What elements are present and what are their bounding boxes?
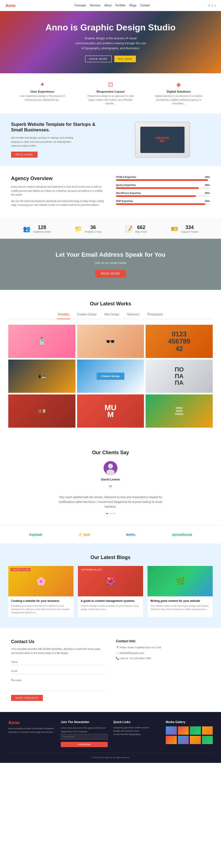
phone-icon: 📞 — [116, 657, 119, 660]
logo-sproutsocial: sproutSocial — [172, 532, 192, 537]
digital-icon: ◈ — [154, 81, 204, 88]
skill-html5-fill — [116, 179, 208, 181]
stat-blogs-label: Blog Posts — [135, 230, 147, 233]
skill-jquery: jQuery Expertise 88% — [116, 184, 210, 189]
footer-grid: Anno Anno template provides fully flexib… — [8, 720, 213, 747]
feature-desc-ux: User experience design is the process of… — [17, 94, 67, 102]
tab-creative-design[interactable]: Creative Design — [76, 312, 98, 316]
instagram-icon[interactable]: i — [215, 4, 216, 7]
hero-section: Anno is Graphic Design Studio Graphic de… — [0, 11, 221, 73]
dot-3[interactable] — [113, 513, 115, 514]
stat-clients-label: Satisfied Clients — [33, 230, 51, 233]
footer-link-3[interactable]: Create beautiful typography — [113, 733, 160, 736]
subscribe-button[interactable]: SUBSCRIBE — [61, 742, 108, 747]
stat-projects: 📁 36 Projects a Year — [75, 225, 102, 233]
latest-works-section: Our Latest Works Branding Creative Desig… — [0, 290, 221, 439]
work-item-2[interactable]: 🕶️ — [77, 325, 144, 358]
skill-jquery-fill — [116, 187, 198, 189]
skill-jquery-label: jQuery Expertise — [116, 184, 136, 186]
stat-clients-number: 128 — [33, 225, 51, 230]
skill-wp-percent: 85% — [205, 192, 210, 194]
footer-media-title: Media Gallery — [166, 720, 213, 723]
footer-media-col: Media Gallery — [166, 720, 213, 747]
template-image: CREATIVEMIX — [115, 122, 210, 158]
testimonial-text: Very much satisfied with the service. De… — [55, 495, 166, 509]
tab-branding[interactable]: Branding — [57, 312, 70, 319]
know-more-button[interactable]: KNOW MORE — [85, 56, 112, 62]
nav-social: f t i — [209, 4, 216, 7]
latest-blogs-section: Our Latest Blogs JANUARY 21, 2018 🌸 Crea… — [0, 544, 221, 628]
work-item-9[interactable]: NEEDWIDEFRESH — [146, 395, 213, 428]
nav-link-about[interactable]: About — [104, 4, 112, 7]
email-icon: ✉️ — [116, 652, 119, 654]
email-cta-button[interactable]: READ MORE — [95, 270, 126, 277]
template-read-more-button[interactable]: READ MORE — [11, 152, 38, 158]
blog-date-2: SEPTEMBER 30, 2017 — [80, 568, 103, 571]
nav-link-portfolio[interactable]: Portfolio — [115, 4, 126, 7]
contact-message-input[interactable] — [11, 677, 105, 691]
tab-photography[interactable]: Photography — [146, 312, 164, 316]
nav-link-contact[interactable]: Contact — [140, 4, 150, 7]
facebook-icon[interactable]: f — [209, 4, 210, 7]
contact-section: Contact Us Anno template provides fully … — [0, 628, 221, 712]
newsletter-email-input[interactable] — [61, 734, 108, 740]
stat-tickets-label: Support Tickets — [181, 230, 198, 233]
work-item-6[interactable]: ПОПАПА — [146, 360, 213, 393]
tab-stationery[interactable]: Stationery — [126, 312, 141, 316]
contact-email-input[interactable] — [11, 668, 105, 674]
contact-form: SEND REQUEST — [11, 659, 105, 701]
email-cta-subtitle: Join us on social media — [5, 261, 216, 265]
twitter-icon[interactable]: t — [212, 4, 213, 7]
footer-links-title: Quick Links — [113, 720, 160, 723]
work-item-1[interactable]: 🕺 — [8, 325, 75, 358]
clients-icon: 👥 — [23, 225, 30, 232]
footer-bottom: © 2018 Anno Agency. All right reserved. — [8, 753, 213, 759]
contact-address: 📍 Pelton Tower Caulfield East VIC 3145 — [116, 646, 210, 650]
work-item-3[interactable]: 012345678942 — [146, 325, 213, 358]
skill-wordpress: WordPress Expertise 85% — [116, 192, 210, 197]
blog-tools-icon: 🌺 — [106, 577, 115, 586]
svg-point-1 — [108, 464, 113, 469]
logo-feelix: feelix. — [126, 532, 136, 537]
stat-blogs: 📝 662 Blog Posts — [125, 225, 147, 233]
dot-1[interactable] — [106, 513, 108, 514]
nav-logo: Anno — [5, 3, 15, 8]
template-description: We Provide web design services to startu… — [11, 136, 77, 148]
nav-link-services[interactable]: Services — [90, 4, 100, 7]
projects-icon: 📁 — [75, 225, 82, 232]
work-item-5[interactable]: Creative Design — [77, 360, 144, 393]
work-item-7[interactable]: 📕📗 — [8, 395, 75, 428]
blog-content-1: Creating a website for your business Eve… — [8, 596, 73, 617]
testimonial-name: David Levine — [8, 478, 213, 481]
stat-projects-label: Projects a Year — [85, 230, 102, 233]
dot-2[interactable] — [109, 513, 112, 514]
footer-link-1[interactable]: Designing gracefully mobile versions — [113, 726, 160, 729]
buy-now-button[interactable]: BUY NOW — [114, 56, 136, 62]
contact-name-input[interactable] — [11, 659, 105, 665]
send-request-button[interactable]: SEND REQUEST — [11, 695, 43, 701]
clients-section-title: Our Clients Say — [8, 450, 213, 456]
skill-jquery-bar — [116, 187, 210, 189]
blogs-grid: JANUARY 21, 2018 🌸 Creating a website fo… — [8, 566, 213, 617]
footer-copyright: © 2018 Anno Agency. All right reserved. — [91, 756, 130, 759]
nav-links: Concepts Services About Portfolio Blogs … — [74, 4, 150, 7]
feature-desc-responsive: Responsive design is an approach to web … — [86, 94, 135, 106]
blog-desc-1: Everything you need to consider for a we… — [11, 604, 71, 614]
features-section: ✦ User Experience User experience design… — [0, 73, 221, 114]
testimonial-dots — [8, 513, 213, 514]
work-item-8[interactable]: MUM — [77, 395, 144, 428]
footer-link-2[interactable]: Design your perfect cursor — [113, 730, 160, 732]
nav-link-concepts[interactable]: Concepts — [74, 4, 86, 7]
works-grid: 🕺 🕶️ 012345678942 📱💻 Creative Design ПОП… — [8, 325, 213, 428]
nav-link-blogs[interactable]: Blogs — [130, 4, 137, 7]
footer-newsletter-col: Join The Newsletter Learn more about all… — [61, 720, 108, 747]
agency-overview-section: Agency Overview Every site we create is … — [0, 166, 221, 219]
blog-img-3: 🌿 — [148, 566, 213, 596]
contact-left: Contact Us Anno template provides fully … — [11, 639, 105, 701]
hero-content: Anno is Graphic Design Studio Graphic de… — [45, 22, 175, 62]
tab-web-design[interactable]: Web Design — [103, 312, 120, 316]
feature-responsive: ⊡ Responsive Layout Responsive design is… — [86, 81, 135, 106]
work-item-4[interactable]: 📱💻 — [8, 360, 75, 393]
skill-wp-label: WordPress Expertise — [116, 192, 141, 194]
stats-section: 👥 128 Satisfied Clients 📁 36 Projects a … — [0, 219, 221, 239]
